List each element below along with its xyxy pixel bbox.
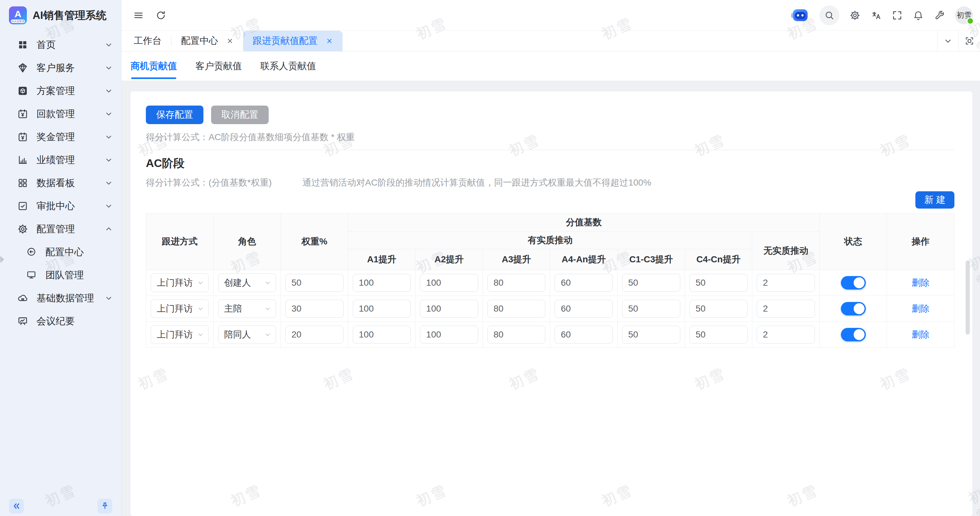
score-formula-text: 得分计算公式：AC阶段分值基数细项分值基数 * 权重	[146, 131, 955, 143]
a3-input[interactable]	[487, 300, 546, 318]
a4-an-input[interactable]	[555, 326, 613, 344]
vertical-scrollbar-thumb[interactable]	[966, 260, 970, 334]
subtab-contact-contribution[interactable]: 联系人贡献值	[260, 51, 316, 81]
sidebar-item-plan-management[interactable]: 方案管理	[0, 79, 121, 102]
status-toggle[interactable]	[841, 328, 866, 341]
non-substantive-input[interactable]	[757, 300, 815, 318]
subtab-opportunity-contribution[interactable]: 商机贡献值	[130, 51, 177, 81]
pin-icon[interactable]	[97, 499, 112, 513]
delete-link[interactable]: 删除	[887, 277, 954, 289]
panel-resize-handle[interactable]	[0, 256, 4, 263]
maximize-icon[interactable]	[959, 31, 980, 51]
sidebar-item-performance-management[interactable]: 业绩管理	[0, 148, 121, 172]
close-icon[interactable]	[226, 37, 234, 45]
c1-c3-input[interactable]	[622, 300, 680, 318]
meeting-board-icon	[17, 316, 28, 326]
sidebar-item-approval-center[interactable]: 审批中心	[0, 194, 121, 218]
sidebar-item-meeting-minutes[interactable]: 会议纪要	[0, 310, 121, 333]
sidebar-item-config-management[interactable]: 配置管理	[0, 218, 121, 240]
a2-input[interactable]	[420, 274, 478, 292]
a2-input[interactable]	[420, 326, 478, 344]
logo-letter: A	[14, 9, 21, 19]
collapse-sidebar-icon[interactable]	[9, 499, 24, 513]
chevron-down-icon	[197, 305, 204, 312]
sidebar-item-home[interactable]: 首页	[0, 33, 121, 56]
search-icon[interactable]	[819, 5, 839, 25]
weight-input[interactable]	[285, 326, 344, 344]
chevron-down-icon	[105, 179, 113, 187]
assistant-robot-icon[interactable]	[791, 8, 809, 22]
delete-link[interactable]: 删除	[887, 328, 954, 341]
toolbar: 保存配置 取消配置	[146, 105, 955, 124]
c4-cn-input[interactable]	[690, 326, 748, 344]
a3-input[interactable]	[487, 326, 546, 344]
sidebar-item-customer-service[interactable]: 客户服务	[0, 56, 121, 79]
delete-link[interactable]: 删除	[887, 303, 954, 315]
follow-method-select[interactable]: 上门拜访	[151, 325, 209, 344]
follow-method-select[interactable]: 上门拜访	[151, 299, 209, 318]
follow-method-select[interactable]: 上门拜访	[151, 274, 209, 292]
role-select[interactable]: 创建人	[218, 274, 276, 292]
weight-input[interactable]	[285, 300, 344, 318]
sidebar-item-payment-management[interactable]: 回款管理	[0, 102, 121, 126]
a1-input[interactable]	[353, 274, 411, 292]
col-a1: A1提升	[348, 249, 415, 270]
a1-input[interactable]	[353, 300, 411, 318]
c4-cn-input[interactable]	[690, 300, 748, 318]
table-row: 上门拜访 陪同人 删除	[146, 322, 955, 348]
refresh-icon[interactable]	[156, 10, 166, 21]
c1-c3-input[interactable]	[622, 326, 680, 344]
settings-icon[interactable]	[850, 10, 861, 21]
non-substantive-input[interactable]	[757, 274, 815, 292]
section-hint: 通过营销活动对AC阶段的推动情况计算贡献值，同一跟进方式权重最大值不得超过100…	[302, 177, 652, 189]
weight-input[interactable]	[285, 274, 344, 292]
tab-config-center[interactable]: 配置中心	[172, 31, 243, 51]
non-substantive-input[interactable]	[757, 326, 815, 344]
a2-input[interactable]	[420, 300, 478, 318]
chevron-down-icon[interactable]	[937, 31, 959, 51]
config-center-icon	[26, 247, 37, 258]
tab-controls	[937, 31, 980, 51]
divider	[146, 150, 955, 150]
a4-an-input[interactable]	[555, 274, 613, 292]
sidebar: A AI企业管理 AI销售管理系统 首页 客户服务 方案管理 回款管理 奖金管理	[0, 0, 121, 516]
status-toggle[interactable]	[841, 276, 866, 290]
avatar[interactable]: 初雪	[955, 6, 973, 24]
cancel-config-button[interactable]: 取消配置	[211, 105, 269, 124]
sidebar-item-team-management[interactable]: 团队管理	[0, 264, 121, 287]
tab-follow-contribution-config[interactable]: 跟进贡献值配置	[243, 31, 342, 51]
cube-icon	[17, 85, 28, 96]
bell-icon[interactable]	[913, 10, 924, 21]
a1-input[interactable]	[353, 326, 411, 344]
col-status: 状态	[819, 213, 887, 270]
sidebar-item-config-center[interactable]: 配置中心	[0, 240, 121, 264]
sidebar-item-bonus-management[interactable]: 奖金管理	[0, 126, 121, 148]
online-status-dot	[967, 17, 974, 25]
subtab-customer-contribution[interactable]: 客户贡献值	[196, 51, 242, 81]
save-config-button[interactable]: 保存配置	[146, 105, 204, 124]
wrench-icon[interactable]	[934, 10, 945, 21]
translate-icon[interactable]	[870, 10, 881, 21]
contribution-table-wrap: 跟进方式 角色 权重% 分值基数 状态 操作 有实质推动 无实质推动 A	[146, 213, 955, 348]
chevron-down-icon	[197, 279, 204, 286]
c4-cn-input[interactable]	[690, 274, 748, 292]
sidebar-menu: 首页 客户服务 方案管理 回款管理 奖金管理 业绩管理	[0, 31, 121, 333]
chevron-down-icon	[105, 110, 113, 118]
sub-tabs: 商机贡献值 客户贡献值 联系人贡献值	[121, 51, 980, 81]
sidebar-item-basic-data-management[interactable]: 基础数据管理	[0, 287, 121, 310]
cloud-data-icon	[17, 293, 28, 304]
tab-workbench[interactable]: 工作台	[121, 31, 171, 51]
a4-an-input[interactable]	[555, 300, 613, 318]
close-icon[interactable]	[326, 37, 333, 45]
new-button[interactable]: 新 建	[915, 191, 955, 209]
fullscreen-icon[interactable]	[892, 10, 903, 21]
a3-input[interactable]	[487, 274, 546, 292]
menu-icon[interactable]	[133, 10, 144, 21]
role-select[interactable]: 主陪	[218, 299, 276, 318]
role-select[interactable]: 陪同人	[218, 325, 276, 344]
section-title: AC阶段	[146, 156, 955, 171]
sidebar-item-data-dashboard[interactable]: 数据看板	[0, 172, 121, 194]
status-toggle[interactable]	[841, 302, 866, 315]
col-action: 操作	[887, 213, 955, 270]
c1-c3-input[interactable]	[622, 274, 680, 292]
